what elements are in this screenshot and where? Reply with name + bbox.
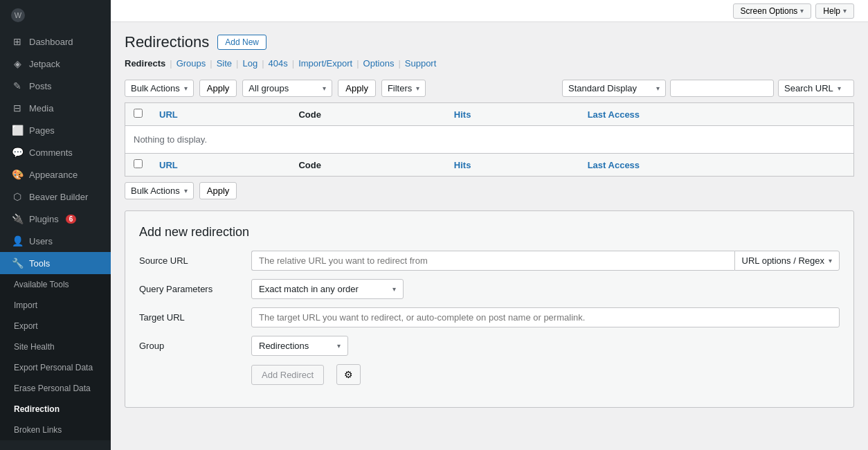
apply-button-top[interactable]: Apply: [199, 80, 237, 97]
bulk-actions-dropdown-top[interactable]: Bulk Actions ▾: [125, 80, 194, 97]
chevron-down-icon: ▾: [656, 84, 660, 92]
beaver-builder-icon: ⬡: [11, 191, 24, 202]
table-header-row: URL Code Hits Last Access: [125, 103, 854, 126]
sidebar-item-comments[interactable]: 💬 Comments: [0, 141, 111, 163]
select-all-checkbox-bottom[interactable]: [134, 159, 143, 168]
page-title: Redirections: [125, 33, 209, 51]
jetpack-icon: ◈: [11, 58, 24, 69]
posts-icon: ✎: [11, 80, 24, 91]
sidebar-item-erase-personal[interactable]: Erase Personal Data: [0, 378, 111, 399]
sidebar-item-beaver-builder[interactable]: ⬡ Beaver Builder: [0, 186, 111, 208]
sidebar-item-export[interactable]: Export: [0, 316, 111, 336]
sidebar-item-tools[interactable]: 🔧 Tools: [0, 252, 111, 274]
query-params-dropdown[interactable]: Exact match in any order ▾: [251, 279, 404, 299]
nav-link-groups[interactable]: Groups: [177, 58, 206, 69]
chevron-down-icon: ▾: [184, 84, 188, 92]
bottom-toolbar-row: Bulk Actions ▾ Apply: [125, 182, 854, 199]
sidebar-item-available-tools[interactable]: Available Tools: [0, 274, 111, 295]
chevron-down-icon: ▾: [829, 257, 832, 264]
main-content: Screen Options ▾ Help ▾ Redirections Add…: [111, 0, 868, 450]
sidebar-item-media[interactable]: ⊟ Media: [0, 97, 111, 119]
comments-icon: 💬: [11, 147, 24, 158]
add-redirection-section: Add new redirection Source URL URL optio…: [125, 210, 854, 408]
nav-link-site[interactable]: Site: [217, 58, 232, 69]
select-all-header: [125, 103, 152, 126]
nav-link-log[interactable]: Log: [242, 58, 257, 69]
search-input[interactable]: [670, 80, 774, 97]
last-access-footer-header[interactable]: Last Access: [579, 154, 854, 177]
sidebar-item-broken-links[interactable]: Broken Links: [0, 420, 111, 440]
query-params-row: Query Parameters Exact match in any orde…: [139, 279, 840, 299]
chevron-down-icon: ▾: [184, 187, 188, 195]
gear-settings-button[interactable]: ⚙: [336, 364, 361, 385]
select-all-footer: [125, 154, 152, 177]
wp-icon: W: [11, 8, 25, 22]
url-footer-header[interactable]: URL: [151, 154, 290, 177]
topbar: Screen Options ▾ Help ▾: [111, 0, 868, 22]
sidebar-item-jetpack[interactable]: ◈ Jetpack: [0, 53, 111, 75]
group-row: Group Redirections ▾: [139, 336, 840, 356]
pages-icon: ⬜: [11, 125, 24, 136]
apply-button-groups[interactable]: Apply: [338, 80, 376, 97]
url-column-header[interactable]: URL: [151, 103, 290, 126]
media-icon: ⊟: [11, 102, 24, 114]
tools-icon: 🔧: [11, 258, 24, 269]
empty-table-row: Nothing to display.: [125, 126, 854, 154]
sidebar-item-posts[interactable]: ✎ Posts: [0, 75, 111, 97]
source-url-label: Source URL: [139, 255, 243, 266]
screen-options-button[interactable]: Screen Options ▾: [733, 3, 812, 19]
url-options-button[interactable]: URL options / Regex ▾: [734, 251, 840, 271]
apply-button-bottom[interactable]: Apply: [199, 182, 237, 199]
add-section-title: Add new redirection: [139, 225, 840, 240]
sidebar-item-export-personal[interactable]: Export Personal Data: [0, 357, 111, 378]
gear-icon: ⚙: [344, 369, 353, 380]
redirections-table: URL Code Hits Last Access Nothing to dis…: [125, 102, 854, 177]
help-button[interactable]: Help ▾: [815, 3, 854, 19]
empty-message: Nothing to display.: [125, 126, 854, 154]
sidebar-item-plugins[interactable]: 🔌 Plugins 6: [0, 208, 111, 230]
appearance-icon: 🎨: [11, 169, 24, 180]
chevron-down-icon: ▾: [843, 7, 847, 15]
target-url-input[interactable]: [251, 307, 840, 327]
hits-footer-header[interactable]: Hits: [446, 154, 579, 177]
filters-dropdown[interactable]: Filters ▾: [381, 80, 426, 97]
hits-column-header[interactable]: Hits: [446, 103, 579, 126]
nav-link-support[interactable]: Support: [405, 58, 437, 69]
top-toolbar-row: Bulk Actions ▾ Apply All groups ▾ Apply …: [125, 80, 854, 97]
chevron-down-icon: ▾: [416, 84, 419, 92]
source-url-input[interactable]: [251, 251, 734, 271]
add-redirect-button[interactable]: Add Redirect: [251, 365, 324, 385]
table-footer-header-row: URL Code Hits Last Access: [125, 154, 854, 177]
sidebar-item-site-health[interactable]: Site Health: [0, 336, 111, 357]
source-url-input-group: URL options / Regex ▾: [251, 251, 840, 271]
plugins-badge: 6: [66, 215, 77, 224]
group-label: Group: [139, 341, 243, 351]
nav-link-404s[interactable]: 404s: [269, 58, 288, 69]
sidebar-item-users[interactable]: 👤 Users: [0, 230, 111, 252]
nav-links: Redirects | Groups | Site | Log | 404s |…: [125, 58, 854, 69]
add-new-button[interactable]: Add New: [217, 35, 266, 50]
chevron-down-icon: ▾: [838, 84, 841, 92]
sidebar-item-import[interactable]: Import: [0, 295, 111, 316]
group-dropdown[interactable]: Redirections ▾: [251, 336, 348, 356]
dashboard-icon: ⊞: [11, 36, 24, 47]
sidebar-item-redirection[interactable]: Redirection: [0, 399, 111, 420]
nav-link-import-export[interactable]: Import/Export: [298, 58, 352, 69]
standard-display-dropdown[interactable]: Standard Display ▾: [562, 80, 666, 97]
all-groups-dropdown[interactable]: All groups ▾: [242, 80, 332, 97]
plugins-icon: 🔌: [11, 213, 24, 224]
chevron-down-icon: ▾: [800, 7, 804, 15]
sidebar-item-dashboard[interactable]: ⊞ Dashboard: [0, 30, 111, 53]
nav-link-options[interactable]: Options: [363, 58, 395, 69]
last-access-column-header[interactable]: Last Access: [579, 103, 854, 126]
select-all-checkbox[interactable]: [134, 109, 143, 118]
bulk-actions-dropdown-bottom[interactable]: Bulk Actions ▾: [125, 182, 194, 199]
users-icon: 👤: [11, 235, 24, 246]
sidebar-item-appearance[interactable]: 🎨 Appearance: [0, 163, 111, 186]
search-url-button[interactable]: Search URL ▾: [778, 80, 854, 97]
wp-logo: W: [0, 0, 111, 30]
chevron-down-icon: ▾: [323, 84, 326, 92]
nav-link-redirects[interactable]: Redirects: [125, 58, 165, 69]
chevron-down-icon: ▾: [392, 285, 396, 293]
sidebar-item-pages[interactable]: ⬜ Pages: [0, 119, 111, 141]
